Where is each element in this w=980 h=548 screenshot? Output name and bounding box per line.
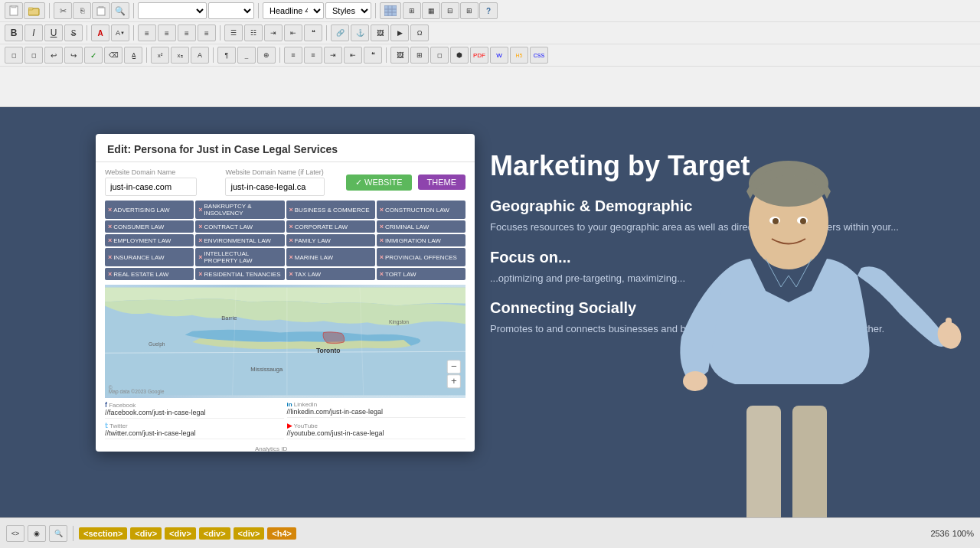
law-tag-marine[interactable]: ×MARINE LAW [286, 248, 375, 266]
law-tag-realestate[interactable]: ×REAL ESTATE LAW [105, 268, 194, 280]
law-tag-consumer[interactable]: ×CONSUMER LAW [105, 220, 194, 233]
law-tag-business[interactable]: ×BUSINESS & COMMERCE [286, 201, 375, 219]
law-tag-employment[interactable]: ×EMPLOYMENT LAW [105, 234, 194, 246]
align-left-btn[interactable]: ≡ [138, 24, 156, 41]
superscript-btn[interactable]: x² [151, 47, 169, 64]
html5-btn[interactable]: H5 [510, 47, 528, 64]
svg-text:Guelph: Guelph [149, 341, 165, 347]
anchor-btn[interactable]: ⚓ [351, 24, 369, 41]
law-tag-immigration[interactable]: ×IMMIGRATION LAW [377, 234, 466, 246]
law-tag-family[interactable]: ×FAMILY LAW [286, 234, 375, 246]
link-btn[interactable]: 🔗 [331, 24, 349, 41]
subscript-btn[interactable]: x₂ [171, 47, 189, 64]
find-status-btn[interactable]: 🔍 [49, 525, 67, 542]
new-btn[interactable] [5, 2, 23, 19]
grid-btn[interactable]: ⊟ [441, 2, 459, 19]
highlight-btn[interactable]: A▼ [111, 24, 129, 41]
copy-btn[interactable]: ⎘ [73, 2, 91, 19]
font-size-select[interactable]: Font size [208, 2, 254, 19]
toolbar: ✂ ⎘ 🔍 Font name Font size Headline 4 Sty… [0, 0, 980, 107]
table2-btn[interactable]: ⊞ [410, 47, 429, 64]
layout-btn[interactable]: ▦ [422, 2, 440, 19]
special-char-btn[interactable]: Ω [410, 24, 429, 41]
law-tag-environmental[interactable]: ×ENVIRONMENTAL LAW [195, 234, 284, 246]
bold-btn[interactable]: B [5, 24, 23, 41]
status-tag-div2[interactable]: <div> [165, 527, 196, 540]
law-tag-corporate[interactable]: ×CORPORATE LAW [286, 220, 375, 233]
flash-btn[interactable]: ⬢ [450, 47, 469, 64]
law-tag-criminal[interactable]: ×CRIMINAL LAW [377, 220, 466, 233]
code-btn[interactable]: ◻ [5, 47, 23, 64]
paste-btn[interactable] [92, 2, 110, 19]
clipboard-group [5, 2, 45, 19]
status-tag-div4[interactable]: <div> [234, 527, 265, 540]
align-right-btn[interactable]: ≡ [178, 24, 196, 41]
copy2-btn[interactable]: ⊕ [257, 47, 276, 64]
code-view-btn[interactable]: <> [6, 525, 24, 542]
italic-btn[interactable]: I [24, 24, 43, 41]
underline-btn[interactable]: U [44, 24, 63, 41]
undo-btn[interactable]: ↩ [44, 47, 63, 64]
pdf-btn[interactable]: PDF [470, 47, 488, 64]
div-btn[interactable]: ◻ [430, 47, 449, 64]
spellcheck-btn[interactable]: A̲ [124, 47, 142, 64]
find-btn[interactable]: 🔍 [111, 2, 129, 19]
table-btn[interactable] [380, 2, 401, 19]
law-tag-bankruptcy[interactable]: ×BANKRUPTCY & INSOLVENCY [195, 201, 284, 219]
theme-btn[interactable]: THEME [418, 175, 466, 190]
clear-btn[interactable]: ⌫ [104, 47, 122, 64]
open-btn[interactable] [24, 2, 45, 19]
font-name-select[interactable]: Font name [138, 2, 207, 19]
domain-input[interactable] [225, 178, 325, 196]
num-list-btn[interactable]: ≡ [304, 47, 322, 64]
strikethrough-btn[interactable]: S [64, 24, 83, 41]
check-btn[interactable]: ✓ [84, 47, 103, 64]
list2-btn[interactable]: ≡ [284, 47, 302, 64]
font-size2-btn[interactable]: A [191, 47, 209, 64]
outdent-btn[interactable]: ⇤ [284, 24, 302, 41]
quote-btn[interactable]: ❝ [364, 47, 382, 64]
preview-btn[interactable]: ◻ [24, 47, 43, 64]
css-btn[interactable]: CSS [530, 47, 548, 64]
law-tag-contract[interactable]: ×CONTRACT LAW [195, 220, 284, 233]
paragraph-btn[interactable]: ¶ [217, 47, 236, 64]
law-tag-tax[interactable]: ×TAX LAW [286, 268, 375, 280]
nonbreak-btn[interactable]: _ [237, 47, 256, 64]
media-btn[interactable]: ▶ [390, 24, 409, 41]
headline-select[interactable]: Headline 4 [263, 2, 324, 19]
word-btn[interactable]: W [490, 47, 508, 64]
font-color-btn[interactable]: A [91, 24, 109, 41]
law-tag-advertising[interactable]: ×ADVERTISING LAW [105, 201, 194, 219]
law-tag-tort[interactable]: ×TORT LAW [377, 268, 466, 280]
columns-btn[interactable]: ⊞ [460, 2, 479, 19]
image-btn[interactable]: 🖼 [371, 24, 389, 41]
redo-btn[interactable]: ↪ [64, 47, 83, 64]
cut-btn[interactable]: ✂ [54, 2, 72, 19]
image2-btn[interactable]: 🖼 [390, 47, 409, 64]
law-tag-residential[interactable]: ×RESIDENTIAL TENANCIES [195, 268, 284, 280]
ul-btn[interactable]: ☰ [224, 24, 243, 41]
help-btn[interactable]: ? [479, 2, 498, 19]
justify-btn[interactable]: ≡ [198, 24, 216, 41]
indent2-btn[interactable]: ⇥ [324, 47, 342, 64]
zoom-btn[interactable]: ⊞ [403, 2, 421, 19]
styles-select[interactable]: Styles [325, 2, 371, 19]
blockquote-btn[interactable]: ❝ [304, 24, 322, 41]
law-tag-provincial[interactable]: ×PROVINCIAL OFFENCES [377, 248, 466, 266]
law-tag-insurance[interactable]: ×INSURANCE LAW [105, 248, 194, 266]
card-body: Website Domain Name Website Domain Name … [96, 162, 475, 452]
status-tag-h4[interactable]: <h4> [267, 527, 296, 540]
law-tag-construction[interactable]: ×CONSTRUCTION LAW [377, 201, 466, 219]
law-tag-ip[interactable]: ×INTELLECTUAL PROPERTY LAW [195, 248, 284, 266]
indent-btn[interactable]: ⇥ [264, 24, 283, 41]
website-input[interactable] [105, 178, 197, 196]
toolbar-row-3: ◻ ◻ ↩ ↪ ✓ ⌫ A̲ x² x₂ A ¶ _ ⊕ ≡ ≡ ⇥ ⇤ ❝ 🖼… [0, 44, 980, 67]
status-tag-div3[interactable]: <div> [199, 527, 230, 540]
align-center-btn[interactable]: ≡ [158, 24, 176, 41]
status-tag-div1[interactable]: <div> [130, 527, 162, 540]
status-tag-section[interactable]: <section> [79, 527, 127, 540]
website-btn[interactable]: ✓ WEBSITE [346, 175, 412, 191]
ol-btn[interactable]: ☷ [244, 24, 263, 41]
design-view-btn[interactable]: ◉ [28, 525, 46, 542]
outdent2-btn[interactable]: ⇤ [344, 47, 362, 64]
